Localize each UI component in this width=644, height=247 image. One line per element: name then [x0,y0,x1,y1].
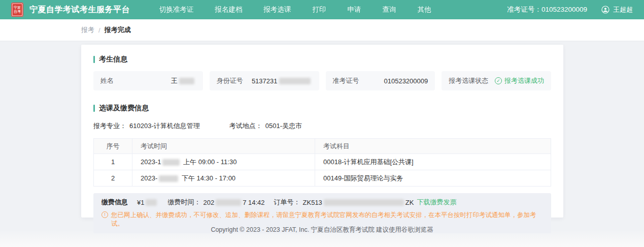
payment-title: 缴费信息 [101,198,128,207]
redacted-area [216,199,241,206]
field-ticket-number: 准考证号 010523200009 [326,71,435,90]
page: 宁夏自考 宁夏自学考试考生服务平台 切换准考证 报名建档 报考选课 打印 申请 … [0,0,644,247]
breadcrumb-current: 报考完成 [105,25,131,35]
exam-schedule-table: 序号 考试时间 考试科目 1 2023-1 上午 09:00 - 11:30 0… [93,138,551,187]
location-value: 0501-吴忠市 [265,122,302,130]
top-navbar: 宁夏自考 宁夏自学考试考生服务平台 切换准考证 报名建档 报考选课 打印 申请 … [0,0,644,19]
payment-summary-line: 缴费信息 ¥1 缴费时间：2027 14:42 订单号：ZK513ZK 下载缴费… [101,198,543,207]
major-location-line: 报考专业：610203-计算机信息管理 考试地点：0501-吴忠市 [93,121,551,131]
section-title-text: 考生信息 [99,55,127,64]
section-accent-bar [93,105,95,112]
cell-index: 1 [94,154,132,170]
section-accent-bar [93,56,95,63]
cell-index: 2 [94,170,132,187]
redacted-area [159,175,178,182]
cell-exam-time: 2023- 下午 14:30 - 17:00 [132,170,315,187]
table-header-row: 序号 考试时间 考试科目 [94,139,551,154]
payment-order-number: 订单号：ZK513ZK [274,198,414,207]
course-payment-section-title: 选课及缴费信息 [93,104,551,113]
header-right: 准考证号：010523200009 王超超 [507,5,633,14]
redacted-area [324,199,404,206]
col-header-index: 序号 [94,139,132,154]
payment-amount: ¥1 [137,199,158,206]
nav-item-print[interactable]: 打印 [313,5,326,14]
user-avatar-icon [601,6,609,14]
breadcrumb-parent[interactable]: 报考 [81,25,94,35]
info-circle-icon: ! [101,211,108,218]
field-ticket-label: 准考证号 [333,76,359,85]
check-circle-icon: ✓ [495,77,502,84]
field-status-label: 报考选课状态 [449,76,488,85]
user-menu[interactable]: 王超超 [601,5,633,14]
nav-item-other[interactable]: 其他 [418,5,431,14]
payment-time: 缴费时间：2027 14:42 [167,198,264,207]
redacted-area [179,78,194,84]
candidate-info-section-title: 考生信息 [93,55,551,64]
main-nav: 切换准考证 报名建档 报考选课 打印 申请 查询 其他 [159,5,431,14]
table-row: 1 2023-1 上午 09:00 - 11:30 00018-计算机应用基础[… [94,154,551,170]
col-header-time: 考试时间 [132,139,315,154]
major-value: 610203-计算机信息管理 [129,122,200,130]
col-header-subject: 考试科目 [315,139,551,154]
user-name: 王超超 [613,5,633,14]
nav-item-registration-file[interactable]: 报名建档 [215,5,243,14]
cell-exam-time: 2023-1 上午 09:00 - 11:30 [132,154,315,170]
nav-item-switch-ticket[interactable]: 切换准考证 [159,5,194,14]
ticket-number-value: 010523200009 [541,6,587,13]
field-id-value: 5137231 [252,77,312,85]
field-id-label: 身份证号 [217,76,243,85]
status-text: 报考选课成功 [504,76,544,85]
major-info: 报考专业：610203-计算机信息管理 [93,121,200,131]
seal-logo-icon: 宁夏自考 [11,3,23,17]
section-title-text: 选课及缴费信息 [99,104,149,113]
nav-item-apply[interactable]: 申请 [348,5,361,14]
breadcrumb: 报考 / 报考完成 [0,19,644,41]
table-row: 2 2023- 下午 14:30 - 17:00 00149-国际贸易理论与实务 [94,170,551,187]
cell-subject: 00149-国际贸易理论与实务 [315,170,551,187]
ticket-number-label: 准考证号： [507,6,541,13]
cell-subject: 00018-计算机应用基础[公共课] [315,154,551,170]
candidate-fields-row: 姓名 王 身份证号 5137231 准考证号 010523200009 报考选课… [93,71,551,90]
redacted-area [162,159,180,166]
ticket-number-display: 准考证号：010523200009 [507,5,587,14]
result-card: 考生信息 姓名 王 身份证号 5137231 准考证号 010523200009… [81,45,563,218]
platform-title: 宁夏自学考试考生服务平台 [29,5,130,15]
nav-item-course-selection[interactable]: 报考选课 [264,5,291,14]
location-info: 考试地点：0501-吴忠市 [229,121,302,131]
redacted-area [279,78,311,84]
download-invoice-link[interactable]: 下载缴费发票 [417,198,456,207]
field-id-number: 身份证号 5137231 [210,71,319,90]
nav-item-query[interactable]: 查询 [383,5,396,14]
breadcrumb-separator: / [98,26,100,34]
copyright-footer: Copyright © 2023 - 2023 JFAT, Inc. 宁夏自治区… [0,226,644,234]
status-badge: ✓ 报考选课成功 [495,76,544,85]
seal-logo-text: 宁夏自考 [13,6,21,14]
field-selection-status: 报考选课状态 ✓ 报考选课成功 [442,71,551,90]
field-name: 姓名 王 [93,71,203,90]
redacted-area [146,199,157,206]
field-name-value: 王 [171,76,196,85]
field-name-label: 姓名 [100,76,114,85]
field-ticket-value: 010523200009 [384,77,428,85]
